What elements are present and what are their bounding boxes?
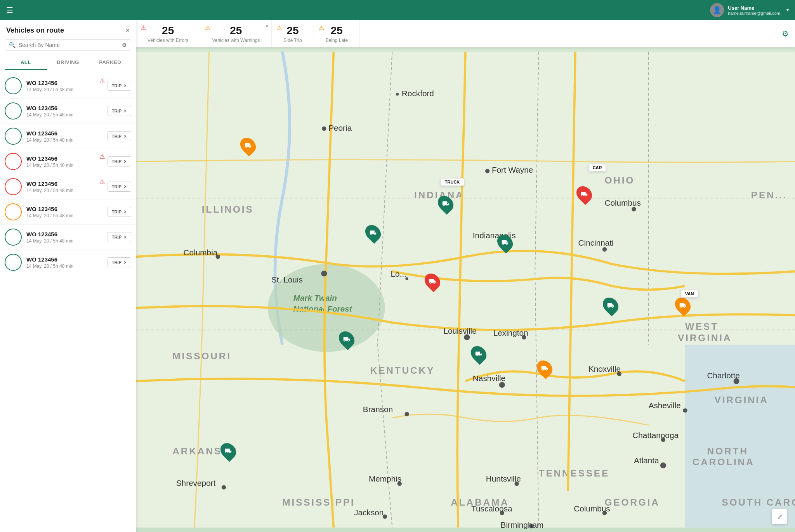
avatar: 👤 [710, 3, 724, 17]
stat-label-warnings: Vehicles with Warnings [212, 38, 260, 43]
vehicle-item[interactable]: WO 123456 14 May, 20 / 5h 48 min ⚠ TRIP [0, 73, 136, 99]
stats-settings-icon[interactable]: ⚙ [782, 29, 789, 38]
map-pin-p6[interactable] [439, 195, 453, 212]
vehicle-item[interactable]: WO 123456 14 May, 20 / 5h 48 min TRIP [0, 225, 136, 250]
map-pin-p4[interactable] [472, 345, 486, 362]
svg-text:Huntsville: Huntsville [486, 474, 521, 483]
svg-text:MISSISSIPPI: MISSISSIPPI [282, 497, 355, 508]
user-info: 👤 User Name name.surname@gmail.com ▾ [710, 3, 789, 17]
svg-point-48 [404, 412, 409, 416]
vehicle-info: WO 123456 14 May, 20 / 5h 48 min [26, 206, 103, 218]
arrow-icon [123, 260, 127, 264]
chevron-down-icon[interactable]: ▾ [786, 7, 789, 13]
error-alert-icon: ⚠ [99, 178, 105, 185]
arrow-icon [123, 210, 127, 214]
vehicle-icon [5, 77, 22, 94]
search-input[interactable] [19, 42, 119, 48]
svg-text:Jackson: Jackson [354, 508, 384, 517]
trip-button[interactable]: TRIP [108, 131, 131, 141]
svg-text:Cincinnati: Cincinnati [578, 238, 614, 247]
tab-driving[interactable]: DRIVING [47, 55, 89, 70]
svg-text:Lexington: Lexington [493, 328, 528, 337]
vehicle-info: WO 123456 14 May, 20 / 5h 48 min [26, 80, 103, 92]
vehicle-icon [5, 153, 22, 170]
map-pin-p10[interactable] [538, 360, 552, 377]
stat-label-side_trip: Side Trip [283, 38, 302, 43]
stat-being_late[interactable]: ⚠ 25 Being Late [314, 20, 360, 47]
vehicle-name: WO 123456 [26, 206, 103, 212]
svg-point-28 [321, 270, 327, 276]
map-pin-p3[interactable] [340, 331, 354, 348]
svg-text:Atlanta: Atlanta [634, 456, 659, 465]
vehicle-date: 14 May, 20 / 5h 48 min [26, 163, 103, 168]
vehicle-icon [5, 128, 22, 145]
stat-number-being_late: 25 [331, 24, 343, 37]
trip-button[interactable]: TRIP [108, 207, 131, 217]
map-pin-p11[interactable] [676, 297, 690, 314]
svg-text:Memphis: Memphis [369, 474, 401, 483]
map-pin-p7[interactable] [498, 234, 512, 251]
svg-text:TENNESSEE: TENNESSEE [539, 468, 609, 478]
svg-text:SOUTH CAROLINA: SOUTH CAROLINA [722, 497, 795, 508]
svg-point-70 [222, 485, 226, 489]
vehicle-item[interactable]: WO 123456 14 May, 20 / 5h 48 min TRIP [0, 99, 136, 124]
user-email: name.surname@gmail.com [728, 11, 780, 16]
vehicle-name: WO 123456 [26, 130, 103, 137]
filter-icon[interactable]: ⚙ [122, 42, 127, 48]
trip-button[interactable]: TRIP [108, 232, 131, 242]
vehicle-item[interactable]: WO 123456 14 May, 20 / 5h 48 min ⚠ TRIP [0, 149, 136, 174]
vehicle-item[interactable]: WO 123456 14 May, 20 / 5h 48 min TRIP [0, 199, 136, 225]
map-pin-p9[interactable] [604, 297, 618, 314]
svg-text:WEST: WEST [685, 321, 719, 332]
vehicle-date: 14 May, 20 / 5h 48 min [26, 238, 103, 244]
close-sidebar-button[interactable]: × [125, 26, 130, 35]
stat-icon-being_late: ⚠ [319, 24, 324, 31]
trip-button[interactable]: TRIP [108, 156, 131, 166]
vehicle-name: WO 123456 [26, 155, 103, 162]
svg-text:NORTH: NORTH [707, 446, 748, 456]
svg-text:Mark Twain: Mark Twain [293, 293, 337, 302]
tab-all[interactable]: ALL [5, 55, 47, 70]
map-pin-p5[interactable] [425, 273, 439, 290]
vehicle-info: WO 123456 14 May, 20 / 5h 48 min [26, 180, 103, 193]
stat-errors[interactable]: ⚠ 25 Vehicles with Errors [136, 20, 200, 47]
stat-warnings[interactable]: ⚠ 25 Vehicles with Warnings ✕ [200, 20, 272, 47]
svg-text:Louisville: Louisville [443, 326, 476, 335]
map-pin-p1[interactable] [241, 137, 255, 154]
tab-parked[interactable]: PARKED [89, 55, 131, 70]
stat-close-button[interactable]: ✕ [265, 23, 269, 29]
vehicle-info: WO 123456 14 May, 20 / 5h 48 min [26, 155, 103, 168]
hamburger-icon[interactable]: ☰ [6, 5, 13, 15]
map-pin-p2[interactable] [366, 224, 380, 241]
svg-point-44 [499, 382, 505, 388]
trip-button[interactable]: TRIP [108, 257, 131, 267]
vehicle-item[interactable]: WO 123456 14 May, 20 / 5h 48 min TRIP [0, 124, 136, 149]
stat-icon-warnings: ⚠ [205, 24, 210, 31]
sidebar-title: Vehicles on route [6, 26, 64, 35]
expand-map-button[interactable]: ⤢ [772, 509, 787, 524]
svg-point-22 [322, 127, 326, 131]
stat-number-errors: 25 [162, 24, 174, 37]
vehicle-item[interactable]: WO 123456 14 May, 20 / 5h 48 min TRIP [0, 250, 136, 275]
trip-button[interactable]: TRIP [108, 106, 131, 116]
svg-point-60 [683, 408, 687, 412]
vehicle-name: WO 123456 [26, 80, 103, 86]
svg-point-64 [660, 463, 666, 468]
vehicle-item[interactable]: WO 123456 14 May, 20 / 5h 48 min ⚠ TRIP [0, 174, 136, 199]
svg-text:VIRGINIA: VIRGINIA [714, 395, 768, 405]
stat-number-warnings: 25 [230, 24, 242, 37]
map-pin-p12[interactable] [221, 442, 235, 459]
map-svg: Mark Twain National Forest ILLINOIS INDI… [136, 47, 795, 532]
svg-text:Columbus: Columbus [574, 504, 610, 513]
svg-text:Peoria: Peoria [328, 123, 352, 132]
vehicle-name: WO 123456 [26, 256, 103, 263]
error-alert-icon: ⚠ [99, 77, 105, 85]
vehicle-name: WO 123456 [26, 180, 103, 187]
trip-button[interactable]: TRIP [108, 81, 131, 91]
map-pin-p8[interactable] [577, 185, 591, 203]
stat-side_trip[interactable]: ⚠ 25 Side Trip [272, 20, 314, 47]
vehicle-icon [5, 254, 22, 271]
svg-text:St. Louis: St. Louis [271, 275, 303, 284]
svg-text:Shreveport: Shreveport [176, 478, 216, 487]
trip-button[interactable]: TRIP [108, 182, 131, 192]
